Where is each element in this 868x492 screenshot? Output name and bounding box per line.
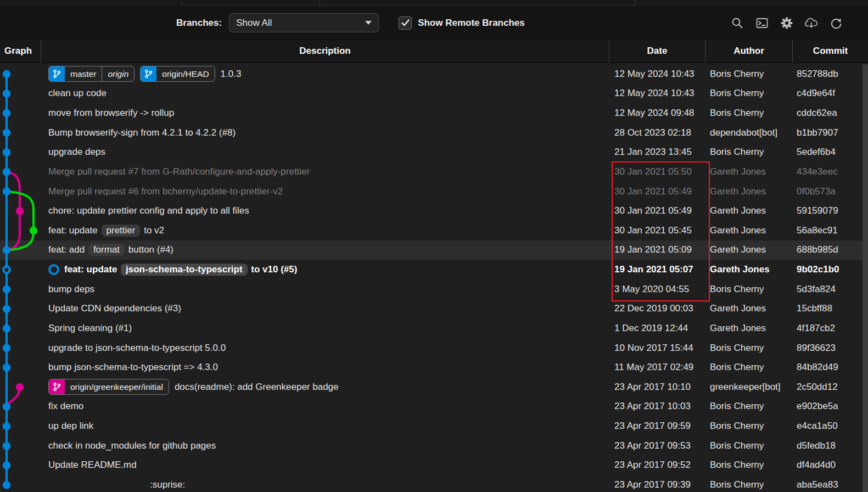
commit-date: 1 Dec 2019 12:44	[609, 323, 705, 334]
editor-tab-strip	[0, 0, 868, 5]
commit-row[interactable]: bump deps3 May 2020 04:55Boris Cherny5d3…	[0, 279, 868, 299]
show-remote-branches-checkbox[interactable]	[399, 16, 412, 30]
message-text: 1.0.3	[221, 69, 242, 79]
commit-row[interactable]: fix demo23 Apr 2017 10:03Boris Chernye90…	[0, 397, 868, 417]
commit-author: Gareth Jones	[705, 166, 793, 177]
commit-description: Bump browserify-sign from 4.2.1 to 4.2.2…	[41, 127, 609, 138]
branch-badge[interactable]: masterorigin	[48, 66, 135, 82]
branch-badge-label: origin/greenkeeper/initial	[65, 379, 169, 394]
commit-description: Spring cleaning (#1)	[41, 323, 609, 334]
message-text: feat: add	[48, 244, 87, 255]
commit-hash: c4d9e64f	[793, 88, 868, 99]
branches-dropdown[interactable]: Show All	[229, 13, 379, 32]
check-icon	[401, 19, 410, 26]
commit-row[interactable]: up dep link23 Apr 2017 09:59Boris Cherny…	[0, 416, 868, 436]
commit-description: fix demo	[41, 401, 609, 412]
graph-cell	[0, 357, 41, 377]
message-text: upgrade to json-schema-to-typescript 5.0…	[48, 343, 226, 353]
scrollbar[interactable]	[863, 64, 868, 492]
commit-author: greenkeeper[bot]	[705, 382, 793, 393]
commit-message: fix demo	[48, 401, 83, 412]
commit-row[interactable]: Bump browserify-sign from 4.2.1 to 4.2.2…	[0, 123, 868, 143]
graph-cell	[0, 162, 41, 182]
graph-cell	[0, 103, 41, 123]
commit-row[interactable]: feat: add format button (#4)19 Jan 2021 …	[0, 241, 868, 260]
commit-author: Boris Cherny	[705, 362, 793, 373]
branches-dropdown-value: Show All	[236, 18, 365, 29]
commit-hash: 2c50dd12	[793, 382, 868, 393]
graph-cell	[0, 475, 41, 492]
message-text: check in node_modules for github pages	[48, 440, 216, 451]
commit-row[interactable]: upgrade to json-schema-to-typescript 5.0…	[0, 338, 868, 358]
commit-author: Boris Cherny	[705, 69, 793, 80]
git-branch-icon-box	[141, 66, 156, 81]
commit-hash: b1bb7907	[793, 127, 868, 138]
commit-row[interactable]: masteroriginorigin/HEAD1.0.312 May 2024 …	[0, 64, 868, 84]
commit-row[interactable]: Merge pull request #6 from bcherny/updat…	[0, 182, 868, 202]
graph-cell	[0, 143, 41, 163]
branch-badge-label: origin	[102, 66, 134, 81]
commit-row[interactable]: origin/greenkeeper/initialdocs(readme): …	[0, 377, 868, 397]
terminal-button[interactable]	[755, 16, 769, 30]
commit-date: 23 Apr 2017 09:39	[609, 479, 705, 490]
commit-message: :suprise:	[150, 479, 185, 490]
table-header: Graph Description Date Author Commit	[0, 40, 868, 63]
settings-button[interactable]	[780, 16, 793, 30]
fetch-button[interactable]	[805, 16, 818, 30]
commit-row[interactable]: Update CDN dependencies (#3)22 Dec 2019 …	[0, 299, 868, 319]
commit-row[interactable]: chore: update prettier config and apply …	[0, 201, 868, 221]
refresh-button[interactable]	[830, 16, 843, 30]
message-text: Update README.md	[48, 460, 137, 470]
commit-message: check in node_modules for github pages	[48, 440, 216, 451]
commit-description: masteroriginorigin/HEAD1.0.3	[41, 66, 609, 82]
commit-hash: e902be5a	[793, 401, 868, 412]
git-graph-view: Branches: Show All Show Remote Branches	[0, 0, 868, 492]
commit-row[interactable]: check in node_modules for github pages23…	[0, 436, 868, 456]
commit-message: docs(readme): add Greenkeeper badge	[175, 382, 339, 393]
commit-hash: 5edef6b4	[793, 147, 868, 158]
commit-message: Update README.md	[48, 460, 137, 471]
commit-date: 11 May 2017 02:49	[609, 362, 705, 373]
commit-row[interactable]: upgrade deps21 Jan 2023 13:45Boris Chern…	[0, 143, 868, 163]
commit-description: Merge pull request #6 from bcherny/updat…	[41, 186, 609, 197]
commit-message: chore: update prettier config and apply …	[48, 205, 249, 216]
branch-badge[interactable]: origin/HEAD	[140, 66, 215, 82]
commit-message: Merge pull request #6 from bcherny/updat…	[48, 186, 283, 197]
commit-row[interactable]: :suprise:23 Apr 2017 09:39Boris Chernyab…	[0, 475, 868, 492]
commit-row[interactable]: clean up code12 May 2024 10:43Boris Cher…	[0, 84, 868, 104]
commit-row[interactable]: Merge pull request #7 from G-Rath/config…	[0, 162, 868, 182]
commit-date: 12 May 2024 10:43	[609, 69, 705, 80]
graph-cell	[0, 123, 41, 143]
commit-hash: 15cbff88	[793, 303, 868, 314]
commit-row[interactable]: move from browserify -> rollup12 May 202…	[0, 103, 868, 123]
column-header-author[interactable]: Author	[705, 40, 793, 63]
graph-cell	[0, 416, 41, 436]
graph-cell	[0, 338, 41, 358]
column-header-commit[interactable]: Commit	[793, 40, 868, 63]
column-header-date[interactable]: Date	[609, 40, 705, 63]
search-button[interactable]	[731, 16, 744, 30]
commit-author: Boris Cherny	[705, 284, 793, 295]
commit-row[interactable]: feat: update json-schema-to-typescript t…	[0, 260, 868, 279]
branch-badge[interactable]: origin/greenkeeper/initial	[48, 379, 169, 395]
git-branch-icon-box	[49, 66, 65, 81]
commit-row[interactable]: Spring cleaning (#1)1 Dec 2019 12:44Gare…	[0, 318, 868, 338]
commit-description: bump json-schema-to-typescript => 4.3.0	[41, 362, 609, 373]
commit-date: 12 May 2024 10:43	[609, 88, 705, 99]
cloud-download-icon	[805, 16, 818, 30]
scrollbar-thumb[interactable]	[863, 64, 868, 492]
commit-row[interactable]: bump json-schema-to-typescript => 4.3.01…	[0, 357, 868, 377]
search-icon	[731, 16, 744, 30]
commit-date: 12 May 2024 09:48	[609, 108, 705, 119]
git-branch-icon	[144, 69, 153, 79]
graph-cell	[0, 241, 41, 260]
commit-hash: 56a8ec91	[793, 225, 868, 236]
commit-row[interactable]: feat: update prettier to v230 Jan 2021 0…	[0, 221, 868, 241]
commit-table: masteroriginorigin/HEAD1.0.312 May 2024 …	[0, 64, 868, 492]
column-header-description[interactable]: Description	[41, 40, 609, 63]
graph-cell	[0, 377, 41, 397]
commit-date: 3 May 2020 04:55	[609, 284, 705, 295]
commit-date: 28 Oct 2023 02:18	[609, 127, 705, 138]
commit-row[interactable]: Update README.md23 Apr 2017 09:52Boris C…	[0, 456, 868, 476]
commit-author: Gareth Jones	[705, 264, 793, 275]
